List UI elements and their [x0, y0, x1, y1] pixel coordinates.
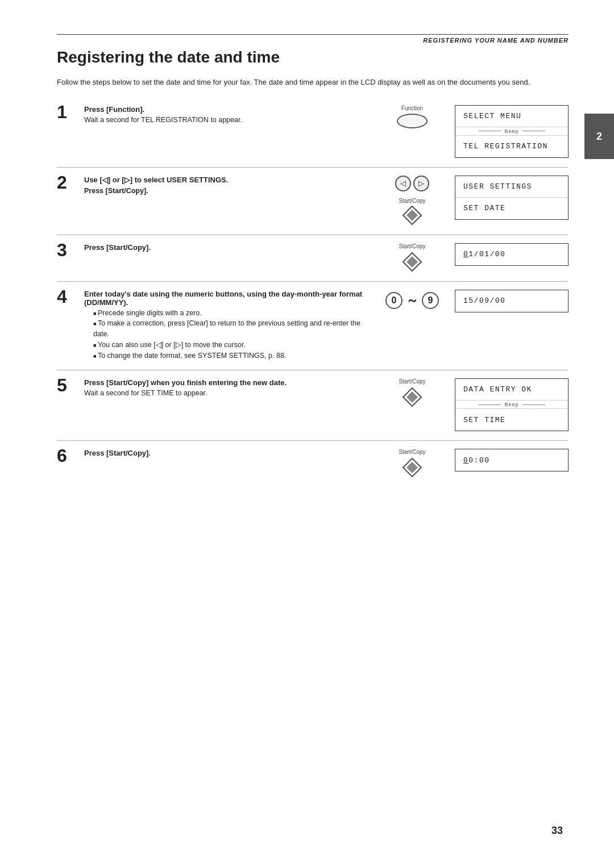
step-4-body: Precede single digits with a zero. To ma…	[84, 308, 364, 361]
step-2-number: 2	[57, 173, 84, 191]
step-4-item-2: To make a correction, press [Clear] to r…	[93, 318, 364, 340]
left-arrow-button[interactable]: ◁	[395, 176, 411, 191]
step-2-lcd: USER SETTINGS SET DATE	[455, 176, 569, 220]
startcopy-button-3[interactable]	[402, 252, 422, 272]
step-1-icons: Function SELECT MENU Beep TEL REGISTRATI…	[375, 105, 569, 158]
divider-2	[57, 235, 569, 235]
step-4-icon: 0 ～ 9	[375, 290, 449, 309]
step-4-lcd: 15/09/00	[455, 290, 569, 312]
page-title: Registering the date and time	[57, 48, 569, 66]
step-4-item-4: To change the date format, see SYSTEM SE…	[93, 350, 364, 361]
step-2-icon: ◁ ▷ Start/Copy	[375, 176, 449, 226]
svg-marker-5	[406, 391, 418, 403]
step-4-title: Enter today's date using the numeric but…	[84, 290, 364, 307]
diamond-icon-3	[402, 252, 422, 272]
function-label: Function	[401, 105, 423, 111]
step-2-content: Use [◁] or [▷] to select USER SETTINGS. …	[84, 176, 375, 197]
step-6-icon: Start/Copy	[375, 449, 449, 478]
step-3-lcd: 01/01/00	[455, 243, 569, 266]
step-3-icon: Start/Copy	[375, 243, 449, 272]
step-5-icon: Start/Copy	[375, 378, 449, 407]
intro-text: Follow the steps below to set the date a…	[57, 77, 569, 88]
step-1-icon: Function	[375, 105, 449, 128]
arrow-buttons[interactable]: ◁ ▷	[395, 176, 429, 191]
step-5: 5 Press [Start/Copy] when you finish ent…	[57, 378, 569, 431]
step-1-lcd: SELECT MENU Beep TEL REGISTRATION	[455, 105, 569, 158]
divider-5	[57, 440, 569, 441]
svg-marker-7	[406, 462, 418, 473]
right-arrow-button[interactable]: ▷	[413, 176, 429, 191]
step-3-number: 3	[57, 241, 84, 259]
step-5-number: 5	[57, 376, 84, 394]
step-4-item-1: Precede single digits with a zero.	[93, 308, 364, 319]
lcd-beep-5: Beep	[455, 400, 568, 409]
step-5-body: Wait a second for SET TIME to appear.	[84, 388, 364, 399]
step-6: 6 Press [Start/Copy]. Start/Copy	[57, 449, 569, 478]
step-4-icons: 0 ～ 9 15/09/00	[375, 290, 569, 312]
svg-marker-3	[406, 256, 418, 268]
step-1-body: Wait a second for TEL REGISTRATION to ap…	[84, 115, 364, 126]
function-button[interactable]	[397, 114, 428, 128]
step-3: 3 Press [Start/Copy]. Start/Copy	[57, 243, 569, 272]
section-tab: 2	[584, 114, 614, 159]
step-6-content: Press [Start/Copy].	[84, 449, 375, 458]
divider-3	[57, 281, 569, 282]
page-number: 33	[551, 825, 563, 837]
header-section: REGISTERING YOUR NAME AND NUMBER	[57, 37, 569, 44]
step-2-icons: ◁ ▷ Start/Copy USER SETTINGS	[375, 176, 569, 226]
diamond-icon-6	[402, 457, 422, 478]
page: REGISTERING YOUR NAME AND NUMBER 2 Regis…	[0, 0, 614, 868]
startcopy-label-2: Start/Copy	[399, 195, 425, 205]
top-rule	[57, 34, 569, 35]
divider-1	[57, 167, 569, 168]
diamond-icon	[402, 205, 422, 226]
tilde-separator: ～	[406, 292, 418, 309]
startcopy-button-6[interactable]	[402, 457, 422, 478]
step-6-lcd: 00:00	[455, 449, 569, 471]
lcd-date-initial: 01/01/00	[455, 244, 568, 265]
step-2-body: Press [Start/Copy].	[84, 186, 364, 197]
lcd-time-display: 00:00	[455, 449, 568, 471]
step-4-item-3: You can also use [◁] or [▷] to move the …	[93, 340, 364, 350]
step-4-list: Precede single digits with a zero. To ma…	[93, 308, 364, 361]
step-4-number: 4	[57, 287, 84, 306]
step-5-content: Press [Start/Copy] when you finish enter…	[84, 378, 375, 399]
step-6-number: 6	[57, 446, 84, 465]
step-5-title: Press [Start/Copy] when you finish enter…	[84, 378, 364, 387]
num-range: 0 ～ 9	[385, 292, 439, 309]
lcd-set-time: SET TIME	[455, 409, 568, 431]
lcd-row-tel-reg: TEL REGISTRATION	[455, 136, 568, 157]
zero-button[interactable]: 0	[385, 292, 403, 309]
lcd-row-select-menu: SELECT MENU	[455, 106, 568, 127]
step-4: 4 Enter today's date using the numeric b…	[57, 290, 569, 361]
nine-button[interactable]: 9	[422, 292, 439, 309]
function-oval[interactable]	[397, 114, 428, 128]
step-1-content: Press [Function]. Wait a second for TEL …	[84, 105, 375, 126]
startcopy-button-2[interactable]	[402, 205, 422, 226]
step-5-icons: Start/Copy DATA ENTRY OK Beep	[375, 378, 569, 431]
step-6-icons: Start/Copy 00:00	[375, 449, 569, 478]
chapter-header: REGISTERING YOUR NAME AND NUMBER	[423, 37, 569, 44]
lcd-data-entry-ok: DATA ENTRY OK	[455, 379, 568, 400]
step-2: 2 Use [◁] or [▷] to select USER SETTINGS…	[57, 176, 569, 226]
step-2-title: Use [◁] or [▷] to select USER SETTINGS.	[84, 176, 364, 185]
startcopy-button-5[interactable]	[402, 387, 422, 407]
step-5-lcd: DATA ENTRY OK Beep SET TIME	[455, 378, 569, 431]
diamond-icon-5	[402, 387, 422, 407]
step-3-content: Press [Start/Copy].	[84, 243, 375, 253]
step-1-number: 1	[57, 103, 84, 121]
lcd-date-entry: 15/09/00	[455, 290, 568, 312]
lcd-set-date: SET DATE	[455, 198, 568, 219]
lcd-beep-1: Beep	[455, 127, 568, 136]
step-6-title: Press [Start/Copy].	[84, 449, 364, 457]
step-3-title: Press [Start/Copy].	[84, 243, 364, 252]
step-1-title: Press [Function].	[84, 105, 364, 114]
step-4-content: Enter today's date using the numeric but…	[84, 290, 375, 361]
divider-4	[57, 370, 569, 370]
lcd-user-settings: USER SETTINGS	[455, 176, 568, 198]
step-1: 1 Press [Function]. Wait a second for TE…	[57, 105, 569, 158]
step-3-icons: Start/Copy 01/01/00	[375, 243, 569, 272]
svg-marker-1	[406, 210, 418, 221]
steps-container: 1 Press [Function]. Wait a second for TE…	[57, 105, 569, 484]
